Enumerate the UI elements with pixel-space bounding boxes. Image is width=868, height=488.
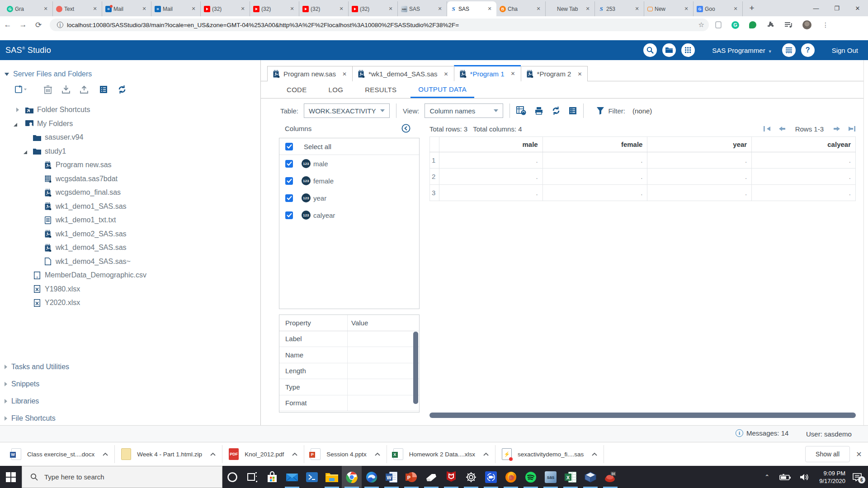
taskbar-eraser-icon[interactable] bbox=[421, 466, 441, 488]
print-icon[interactable] bbox=[534, 106, 543, 115]
minimize-window-icon[interactable]: — bbox=[806, 0, 826, 16]
download-chevron-icon[interactable] bbox=[210, 452, 216, 456]
search-icon[interactable] bbox=[643, 43, 657, 57]
speech-extension-icon[interactable] bbox=[749, 21, 756, 28]
upload-icon[interactable] bbox=[80, 85, 88, 94]
browser-tab-mail[interactable]: oMail✕ bbox=[151, 1, 201, 16]
profile-avatar[interactable] bbox=[802, 20, 811, 29]
taskbar-sas-icon[interactable]: sas bbox=[541, 466, 561, 488]
tree-item-my-folders[interactable]: My Folders bbox=[0, 117, 260, 131]
download-icon[interactable] bbox=[62, 85, 70, 94]
close-tab-icon[interactable]: ✕ bbox=[141, 6, 148, 12]
collapse-columns-icon[interactable] bbox=[401, 124, 410, 133]
close-window-icon[interactable]: ✕ bbox=[847, 0, 868, 16]
messages-status[interactable]: iMessages: 14 bbox=[736, 429, 788, 437]
download-item-5[interactable]: Homework 2 Data....xlsx bbox=[393, 445, 489, 463]
back-icon[interactable]: ← bbox=[0, 20, 15, 29]
download-chevron-icon[interactable] bbox=[292, 452, 297, 456]
doc-tab--wk1-demo4-sas-sas[interactable]: *wk1_demo4_SAS.sas✕ bbox=[352, 66, 454, 81]
column-header-female[interactable]: female bbox=[542, 137, 647, 152]
table-select[interactable]: WORK.SEXACTIVITY bbox=[304, 103, 390, 118]
taskbar-clock[interactable]: 9:09 PM9/17/2020 bbox=[819, 469, 845, 485]
column-checkbox[interactable] bbox=[285, 160, 293, 168]
browser-tab-new-tab[interactable]: New Tab✕ bbox=[546, 1, 595, 16]
browser-menu-icon[interactable]: ⋮ bbox=[821, 21, 830, 29]
tree-item-study1[interactable]: study1 bbox=[0, 145, 260, 159]
taskbar-mcafee-icon[interactable] bbox=[441, 466, 461, 488]
extension-icon[interactable] bbox=[715, 21, 722, 28]
taskbar-settings-icon[interactable] bbox=[461, 466, 481, 488]
taskbar-edge-icon[interactable] bbox=[362, 466, 382, 488]
taskbar-mail-icon[interactable] bbox=[282, 466, 302, 488]
tree-item-wk1-demo4-sas-sas-[interactable]: wk1_demo4_SAS.sas~ bbox=[0, 255, 260, 269]
column-item-year[interactable]: 123year bbox=[279, 189, 419, 206]
apps-grid-icon[interactable] bbox=[681, 43, 695, 57]
browser-tab-gra[interactable]: GGra✕ bbox=[4, 1, 53, 16]
close-tab-icon[interactable]: ✕ bbox=[91, 6, 99, 12]
delete-icon[interactable] bbox=[44, 85, 52, 94]
playlist-extension-icon[interactable] bbox=[784, 21, 793, 29]
browser-tab--32-[interactable]: (32)✕ bbox=[201, 1, 250, 16]
subtab-output-data[interactable]: OUTPUT DATA bbox=[410, 81, 474, 98]
taskbar-explorer-icon[interactable] bbox=[322, 466, 342, 488]
taskbar-search[interactable]: Type here to search bbox=[22, 466, 222, 488]
extensions-puzzle-icon[interactable] bbox=[766, 21, 774, 29]
close-downloads-icon[interactable]: ✕ bbox=[850, 450, 868, 459]
url-text[interactable]: localhost:10080/SASStudio/38/main?locale… bbox=[67, 22, 695, 28]
role-dropdown[interactable]: SAS Programmer▼ bbox=[712, 47, 772, 54]
taskbar-recorder-icon[interactable] bbox=[481, 466, 501, 488]
browser-tab-cha[interactable]: BCha✕ bbox=[496, 1, 546, 16]
download-item-3[interactable]: PDFKnol_2012.pdf bbox=[229, 445, 297, 463]
download-chevron-icon[interactable] bbox=[103, 452, 108, 456]
properties-scrollbar[interactable] bbox=[413, 332, 418, 404]
next-page-icon[interactable] bbox=[833, 126, 840, 132]
close-tab-icon[interactable]: ✕ bbox=[288, 6, 296, 12]
browser-tab-text[interactable]: Text✕ bbox=[53, 1, 102, 16]
refresh-icon[interactable] bbox=[118, 85, 127, 94]
help-icon[interactable]: ? bbox=[801, 43, 815, 57]
close-tab-icon[interactable]: ✕ bbox=[436, 6, 443, 12]
select-all-checkbox[interactable] bbox=[285, 143, 293, 150]
sidebar-section-file-shortcuts[interactable]: File Shortcuts bbox=[0, 410, 260, 427]
doc-tab-program-new-sas[interactable]: Program new.sas✕ bbox=[267, 66, 352, 81]
volume-icon[interactable] bbox=[800, 474, 810, 481]
browser-tab-new[interactable]: New✕ bbox=[644, 1, 693, 16]
column-header-male[interactable]: male bbox=[439, 137, 542, 152]
column-properties-icon[interactable] bbox=[569, 106, 577, 115]
taskbar-taskview-icon[interactable] bbox=[242, 466, 262, 488]
column-header-year[interactable]: year bbox=[647, 137, 752, 152]
menu-icon[interactable] bbox=[782, 43, 796, 57]
browser-tab-mail[interactable]: oMail✕ bbox=[102, 1, 151, 16]
browser-tab-sas[interactable]: SSAS✕ bbox=[447, 1, 496, 16]
download-chevron-icon[interactable] bbox=[592, 452, 597, 456]
bookmark-star-icon[interactable]: ☆ bbox=[698, 21, 704, 29]
download-item-4[interactable]: Session 4.pptx bbox=[311, 445, 380, 463]
section-server-files[interactable]: Server Files and Folders bbox=[5, 70, 92, 78]
download-chevron-icon[interactable] bbox=[375, 452, 380, 456]
last-page-icon[interactable] bbox=[848, 126, 856, 132]
close-doc-icon[interactable]: ✕ bbox=[342, 71, 347, 77]
column-item-male[interactable]: 123male bbox=[279, 155, 419, 172]
tree-item-program-new-sas[interactable]: Program new.sas bbox=[0, 158, 260, 172]
refresh-icon[interactable] bbox=[552, 106, 561, 115]
filter-icon[interactable] bbox=[596, 107, 604, 115]
select-all-row[interactable]: Select all bbox=[279, 138, 419, 155]
grammarly-icon[interactable]: G bbox=[731, 21, 739, 29]
action-center-icon[interactable]: 6 bbox=[853, 473, 862, 481]
close-doc-icon[interactable]: ✕ bbox=[577, 71, 582, 77]
sidebar-section-tasks-and-utilities[interactable]: Tasks and Utilities bbox=[0, 358, 260, 375]
column-checkbox[interactable] bbox=[285, 177, 293, 185]
tree-item-wk1-demo2-sas-sas[interactable]: wk1_demo2_SAS.sas bbox=[0, 227, 260, 241]
properties-icon[interactable] bbox=[99, 85, 108, 94]
tray-chevron-icon[interactable]: ⌃ bbox=[764, 474, 769, 480]
new-item-icon[interactable] bbox=[15, 85, 27, 94]
close-tab-icon[interactable]: ✕ bbox=[633, 6, 641, 12]
close-tab-icon[interactable]: ✕ bbox=[683, 6, 690, 12]
battery-icon[interactable] bbox=[779, 474, 791, 480]
taskbar-virtualbox-icon[interactable] bbox=[580, 466, 600, 488]
close-doc-icon[interactable]: ✕ bbox=[510, 70, 515, 77]
tree-item-y2020-xlsx[interactable]: Y2020.xlsx bbox=[0, 296, 260, 310]
tree-item-sasuser-v94[interactable]: sasuser.v94 bbox=[0, 131, 260, 145]
tree-item-wk1-demo4-sas-sas[interactable]: wk1_demo4_SAS.sas bbox=[0, 241, 260, 255]
first-page-icon[interactable] bbox=[763, 126, 771, 132]
